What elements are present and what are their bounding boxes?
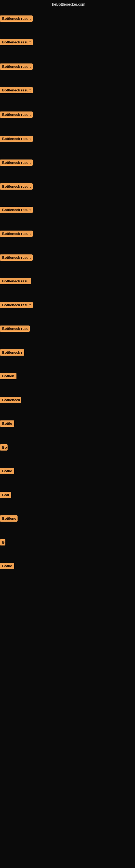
bottleneck-badge-6[interactable]: Bottleneck result: [0, 135, 33, 142]
bottleneck-badge-1[interactable]: Bottleneck result: [0, 16, 33, 22]
bottleneck-badge-19[interactable]: Bo: [0, 444, 8, 451]
bottleneck-badge-4[interactable]: Bottleneck result: [0, 87, 33, 93]
bottleneck-badge-18[interactable]: Bottle: [0, 421, 14, 427]
bottleneck-badge-24[interactable]: Bottle: [0, 563, 14, 569]
bottleneck-badge-8[interactable]: Bottleneck result: [0, 183, 33, 190]
bottleneck-badge-14[interactable]: Bottleneck resul: [0, 326, 30, 332]
bottleneck-badge-23[interactable]: B: [0, 539, 5, 546]
bottleneck-badge-12[interactable]: Bottleneck resul: [0, 278, 31, 284]
bottleneck-badge-15[interactable]: Bottleneck r: [0, 349, 24, 355]
bottleneck-badge-20[interactable]: Bottle: [0, 468, 14, 474]
bottleneck-badge-11[interactable]: Bottleneck result: [0, 254, 33, 261]
bottleneck-badge-17[interactable]: Bottleneck: [0, 397, 21, 403]
bottleneck-badge-2[interactable]: Bottleneck result: [0, 39, 33, 45]
bottleneck-badge-7[interactable]: Bottleneck result: [0, 159, 33, 166]
bottleneck-badge-13[interactable]: Bottleneck result: [0, 302, 33, 308]
bottleneck-badge-5[interactable]: Bottleneck result: [0, 112, 33, 118]
bottleneck-badge-9[interactable]: Bottleneck result: [0, 207, 33, 213]
bottleneck-badge-22[interactable]: Bottlene: [0, 516, 17, 522]
bottleneck-badge-16[interactable]: Bottlen: [0, 373, 16, 379]
bottleneck-badge-21[interactable]: Bott: [0, 492, 11, 498]
bottleneck-badge-3[interactable]: Bottleneck result: [0, 63, 33, 70]
bottleneck-badge-10[interactable]: Bottleneck result: [0, 230, 33, 237]
site-title: TheBottlenecker.com: [0, 2, 135, 6]
